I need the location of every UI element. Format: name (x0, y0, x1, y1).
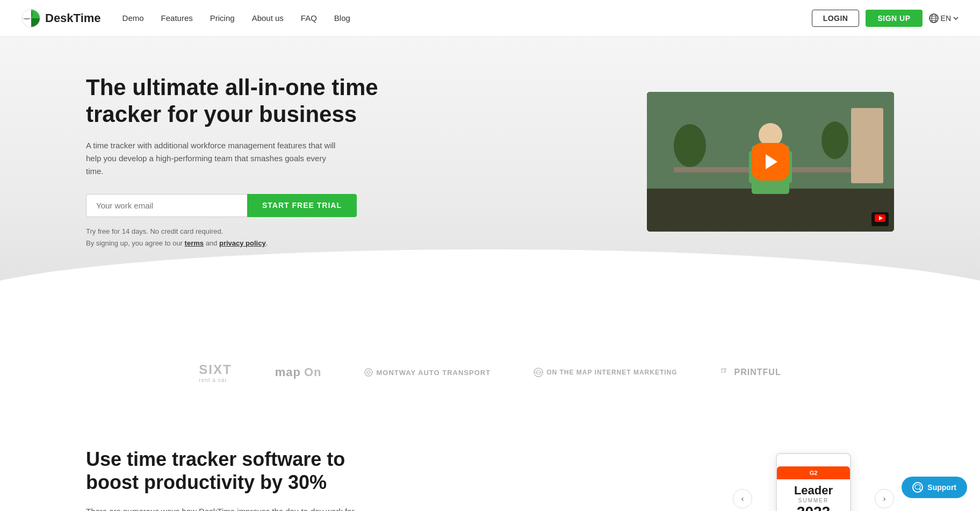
logo-icon (21, 9, 41, 28)
period: . (266, 239, 268, 247)
nav-item-about[interactable]: About us (252, 13, 284, 23)
globe-icon (929, 13, 939, 23)
fine-print-line1: Try free for 14 days. No credit card req… (86, 227, 223, 235)
language-selector[interactable]: EN (929, 13, 959, 23)
g2-middle: Leader SUMMER 2022 (790, 479, 837, 511)
nav-links: Demo Features Pricing About us FAQ Blog (122, 13, 812, 23)
nav-item-features[interactable]: Features (161, 13, 193, 23)
svg-rect-7 (647, 189, 894, 232)
nav-item-demo[interactable]: Demo (122, 13, 144, 23)
montway-text: MONTWAY AUTO TRANSPORT (376, 369, 491, 377)
play-button[interactable] (752, 143, 789, 181)
onthemap-text: ON THE MAP INTERNET MARKETING (546, 369, 677, 376)
video-thumbnail[interactable] (647, 92, 894, 232)
printful-icon (720, 368, 731, 377)
g2-season-label: SUMMER (794, 498, 833, 503)
support-icon (912, 482, 923, 493)
productivity-left: Use time tracker software to boost produ… (86, 448, 387, 511)
svg-rect-9 (674, 167, 760, 172)
g2-top-label: G2 (777, 466, 850, 479)
sixt-name: SIXT (199, 362, 232, 377)
hero-section: The ultimate all-in-one time tracker for… (0, 37, 980, 314)
hero-fine-print: Try free for 14 days. No credit card req… (86, 226, 381, 249)
youtube-icon (875, 214, 885, 222)
lang-label: EN (941, 14, 951, 23)
hero-description: A time tracker with additional workforce… (86, 139, 344, 178)
svg-point-20 (365, 369, 372, 376)
and-text: and (206, 239, 218, 247)
navbar: DeskTime Demo Features Pricing About us … (0, 0, 980, 37)
productivity-title: Use time tracker software to boost produ… (86, 448, 387, 494)
productivity-section: Use time tracker software to boost produ… (0, 415, 980, 511)
nav-item-pricing[interactable]: Pricing (210, 13, 235, 23)
g2-year: 2022 (794, 503, 833, 511)
client-logos-section: SIXT rent a car mapOn MONTWAY AUTO TRANS… (0, 314, 980, 415)
privacy-link[interactable]: privacy policy (219, 239, 266, 247)
email-input[interactable] (86, 194, 247, 217)
montway-icon (364, 368, 373, 377)
login-button[interactable]: LOGIN (812, 10, 860, 27)
onthemap-icon (534, 368, 543, 377)
signup-button[interactable]: SIGN UP (866, 10, 922, 27)
svg-rect-11 (851, 108, 883, 183)
nav-item-blog[interactable]: Blog (334, 13, 350, 23)
g2-badge: G2 Leader SUMMER 2022 (776, 453, 851, 511)
printful-text: PRINTFUL (734, 368, 781, 377)
brand-name: DeskTime (45, 11, 101, 25)
logo[interactable]: DeskTime (21, 9, 101, 28)
youtube-badge (871, 212, 889, 226)
logo-onthemap: ON THE MAP INTERNET MARKETING (534, 368, 677, 377)
start-trial-button[interactable]: START FREE TRIAL (247, 194, 357, 217)
support-button[interactable]: Support (902, 477, 967, 498)
svg-point-12 (674, 124, 706, 167)
play-triangle-icon (766, 154, 777, 169)
logo-mapon: mapOn (275, 365, 322, 379)
productivity-description: There are numerous ways how DeskTime imp… (86, 505, 387, 511)
productivity-right: ‹ G2 Leader SUMMER 2022 › (733, 448, 894, 511)
hero-title: The ultimate all-in-one time tracker for… (86, 74, 381, 128)
sixt-sub: rent a car (199, 377, 232, 383)
support-label: Support (927, 483, 956, 492)
logo-printful: PRINTFUL (720, 368, 781, 377)
chat-icon (914, 484, 921, 491)
mapon-text2: On (304, 365, 322, 379)
logo-montway: MONTWAY AUTO TRANSPORT (364, 368, 491, 377)
hero-left: The ultimate all-in-one time tracker for… (86, 74, 381, 249)
nav-actions: LOGIN SIGN UP EN (812, 10, 959, 27)
g2-label: G2 (810, 470, 818, 476)
nav-item-faq[interactable]: FAQ (301, 13, 317, 23)
hero-right (647, 92, 894, 232)
fine-print-line2: By signing up, you agree to our (86, 239, 183, 247)
terms-link[interactable]: terms (185, 239, 204, 247)
hero-cta: START FREE TRIAL (86, 194, 381, 217)
badge-container: ‹ G2 Leader SUMMER 2022 › (733, 448, 894, 511)
chevron-down-icon (953, 17, 959, 20)
svg-point-13 (822, 121, 848, 159)
carousel-next-button[interactable]: › (875, 489, 894, 508)
carousel-prev-button[interactable]: ‹ (733, 489, 752, 508)
mapon-text: map (275, 365, 301, 379)
logo-sixt: SIXT rent a car (199, 362, 232, 383)
g2-leader-label: Leader (794, 484, 833, 498)
